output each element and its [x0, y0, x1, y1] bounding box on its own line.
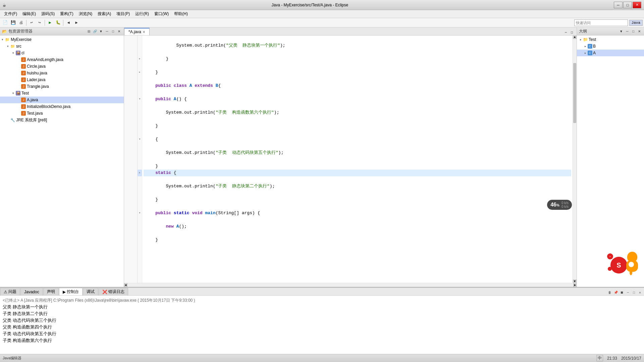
console-pin-button[interactable]: 📌	[613, 290, 619, 295]
console-stop-button[interactable]: ⏹	[619, 290, 625, 295]
code-line[interactable]	[144, 217, 571, 223]
code-line[interactable]	[144, 190, 571, 196]
new-button[interactable]: 📄	[1, 19, 9, 26]
code-line[interactable]	[144, 76, 571, 82]
prev-button[interactable]: ◀	[65, 19, 72, 26]
console-clear-button[interactable]: 🗑	[607, 290, 612, 295]
undo-button[interactable]: ↩	[28, 19, 35, 26]
code-line[interactable]	[144, 129, 571, 136]
save-button[interactable]: 💾	[9, 19, 17, 26]
tree-item[interactable]: JTest.java	[0, 110, 124, 117]
menu-item[interactable]: 项目(P)	[114, 10, 132, 17]
outline-item-b[interactable]: ▸ C B	[577, 43, 644, 50]
menu-item[interactable]: 浏览(N)	[76, 10, 95, 17]
link-button[interactable]: 🔗	[92, 29, 98, 34]
close-button[interactable]: ✕	[633, 2, 641, 8]
code-line[interactable]: }	[144, 69, 571, 76]
code-line[interactable]: {	[144, 136, 571, 143]
code-line[interactable]	[144, 156, 571, 163]
code-content[interactable]: System.out.println("父类 静态块第一个执行"); } } p…	[142, 36, 573, 283]
next-button[interactable]: ▶	[73, 19, 80, 26]
tree-item[interactable]: JTrangle.java	[0, 83, 124, 90]
bottom-tab-声明[interactable]: 声明	[43, 288, 59, 295]
vertical-scrollbar[interactable]: ▲ ▼	[573, 36, 577, 283]
tree-item[interactable]: ▾📦Test	[0, 90, 124, 97]
menu-item[interactable]: 运行(R)	[132, 10, 152, 17]
tree-item[interactable]: JLader.java	[0, 76, 124, 83]
code-line[interactable]: System.out.println("子类 静态块第二个执行");	[144, 183, 571, 190]
minimize-button[interactable]: ─	[614, 2, 623, 8]
run-button[interactable]: ▶	[46, 19, 54, 26]
code-line[interactable]: }	[144, 123, 571, 129]
menu-item[interactable]: 重构(T)	[57, 10, 76, 17]
quick-access-input[interactable]	[574, 19, 628, 26]
editor-maximize-button[interactable]: □	[569, 30, 575, 35]
code-line[interactable]	[144, 36, 571, 42]
outline-close-button[interactable]: ✕	[637, 29, 642, 34]
console-close-button[interactable]: ✕	[637, 290, 643, 295]
tree-item[interactable]: JInitializeBlockDemo.java	[0, 103, 124, 110]
fold-button[interactable]: ▸	[138, 69, 142, 76]
code-line[interactable]: }	[144, 237, 571, 243]
code-line[interactable]	[144, 203, 571, 210]
code-line[interactable]: static {	[144, 170, 571, 176]
bottom-tab-Javadoc[interactable]: Javadoc	[20, 288, 43, 295]
scroll-thumb[interactable]	[573, 63, 576, 123]
java-perspective-button[interactable]: Java	[629, 20, 643, 26]
code-line[interactable]	[144, 62, 571, 69]
tree-item[interactable]: JAreaAndLength.java	[0, 56, 124, 63]
menu-item[interactable]: 源码(S)	[39, 10, 57, 17]
fold-button[interactable]: ▾	[138, 210, 142, 217]
code-line[interactable]: System.out.println("父类 静态块第一个执行");	[144, 42, 571, 49]
code-line[interactable]: public class A extends B{	[144, 82, 571, 89]
code-line[interactable]	[144, 116, 571, 123]
maximize-button[interactable]: □	[623, 2, 632, 8]
maximize-panel-button[interactable]: □	[110, 29, 116, 34]
horizontal-scrollbar[interactable]: ◀ ▶	[124, 283, 577, 287]
panel-menu-button[interactable]: ▼	[98, 29, 104, 34]
code-line[interactable]: }	[144, 56, 571, 62]
code-line[interactable]: public static void main(String[] args) {	[144, 210, 571, 217]
scroll-up-button[interactable]: ▲	[573, 36, 577, 39]
scroll-down-button[interactable]: ▼	[573, 280, 577, 283]
outline-menu-button[interactable]: ▼	[619, 29, 624, 34]
menu-item[interactable]: 文件(F)	[1, 10, 20, 17]
fold-button[interactable]: ▾	[138, 96, 142, 103]
console-maximize-button[interactable]: □	[631, 290, 637, 295]
code-line[interactable]	[144, 143, 571, 149]
tree-item[interactable]: ▾📦cl	[0, 50, 124, 56]
collapse-all-button[interactable]: ⊟	[86, 29, 92, 34]
code-line[interactable]: System.out.println("子类 构造函数第六个执行");	[144, 109, 571, 116]
code-line[interactable]: new A();	[144, 223, 571, 230]
code-line[interactable]: }	[144, 196, 571, 203]
tree-item[interactable]: JCircle.java	[0, 63, 124, 70]
menu-item[interactable]: 窗口(W)	[152, 10, 171, 17]
debug-button[interactable]: 🐛	[54, 19, 62, 26]
code-line[interactable]: }	[144, 163, 571, 170]
code-line[interactable]	[144, 49, 571, 56]
outline-item-test[interactable]: ▸ 📁 Test	[577, 36, 644, 43]
code-line[interactable]	[144, 230, 571, 237]
editor-tab-a-java[interactable]: *A.java ✕	[124, 28, 150, 35]
code-editor[interactable]: ▸▸▾▾▸▾ System.out.println("父类 静态块第一个执行")…	[124, 36, 577, 283]
scroll-right-button[interactable]: ▶	[573, 283, 577, 287]
tree-item[interactable]: JA.java	[0, 97, 124, 103]
scroll-left-button[interactable]: ◀	[124, 283, 127, 287]
code-line[interactable]	[144, 176, 571, 183]
console-minimize-button[interactable]: ─	[625, 290, 631, 295]
outline-item-a[interactable]: ▸ C A	[577, 50, 644, 56]
code-line[interactable]	[144, 89, 571, 96]
tree-item[interactable]: ▾📁MyExercise	[0, 36, 124, 43]
editor-minimize-button[interactable]: ─	[563, 30, 569, 35]
bottom-tab-问题[interactable]: ⚠问题	[0, 288, 20, 295]
code-line[interactable]	[144, 103, 571, 109]
fold-button[interactable]: ▾	[138, 136, 142, 143]
tree-item[interactable]: 🔧JRE 系统库 [jre8]	[0, 117, 124, 123]
tree-item[interactable]: ▾📁src	[0, 43, 124, 50]
code-line[interactable]: public A() {	[144, 96, 571, 103]
menu-item[interactable]: 搜索(A)	[95, 10, 114, 17]
tab-close-button[interactable]: ✕	[143, 30, 145, 34]
menu-item[interactable]: 帮助(H)	[171, 10, 191, 17]
minimize-panel-button[interactable]: ─	[104, 29, 110, 34]
fold-button[interactable]: ▸	[138, 170, 142, 176]
